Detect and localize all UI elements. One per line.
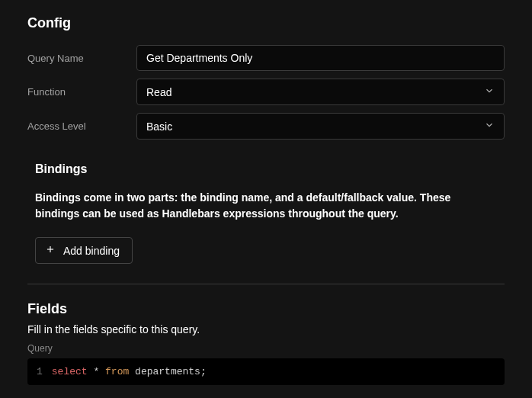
fields-title: Fields	[27, 301, 505, 317]
token-from: from	[105, 366, 129, 377]
function-row: Function Read	[27, 79, 505, 105]
plus-icon	[45, 244, 56, 257]
function-select[interactable]: Read	[136, 79, 505, 105]
token-table: departments	[135, 366, 200, 377]
bindings-description: Bindings come in two parts: the binding …	[35, 190, 497, 222]
access-level-row: Access Level Basic	[27, 113, 505, 140]
token-select: select	[52, 366, 88, 377]
access-level-select[interactable]: Basic	[136, 113, 505, 140]
chevron-down-icon	[484, 85, 495, 98]
token-semi: ;	[200, 366, 207, 377]
function-selected-value: Read	[146, 86, 171, 98]
chevron-down-icon	[484, 120, 495, 133]
fields-description: Fill in the fields specific to this quer…	[27, 323, 505, 335]
function-label: Function	[27, 86, 136, 98]
config-title: Config	[27, 15, 505, 31]
line-number: 1	[37, 366, 43, 377]
query-label: Query	[27, 343, 505, 354]
query-name-label: Query Name	[27, 53, 136, 64]
query-name-row: Query Name	[27, 45, 505, 71]
query-editor[interactable]: 1 select * from departments;	[27, 358, 505, 385]
add-binding-button[interactable]: Add binding	[35, 237, 133, 264]
fields-section: Fields Fill in the fields specific to th…	[27, 284, 505, 385]
bindings-section: Bindings Bindings come in two parts: the…	[27, 147, 505, 284]
add-binding-label: Add binding	[63, 245, 120, 257]
access-level-label: Access Level	[27, 120, 136, 132]
token-star: *	[93, 366, 99, 377]
code-line: select * from departments;	[52, 366, 207, 377]
query-name-input[interactable]	[136, 45, 505, 71]
access-level-selected-value: Basic	[146, 120, 172, 133]
bindings-title: Bindings	[35, 162, 497, 176]
